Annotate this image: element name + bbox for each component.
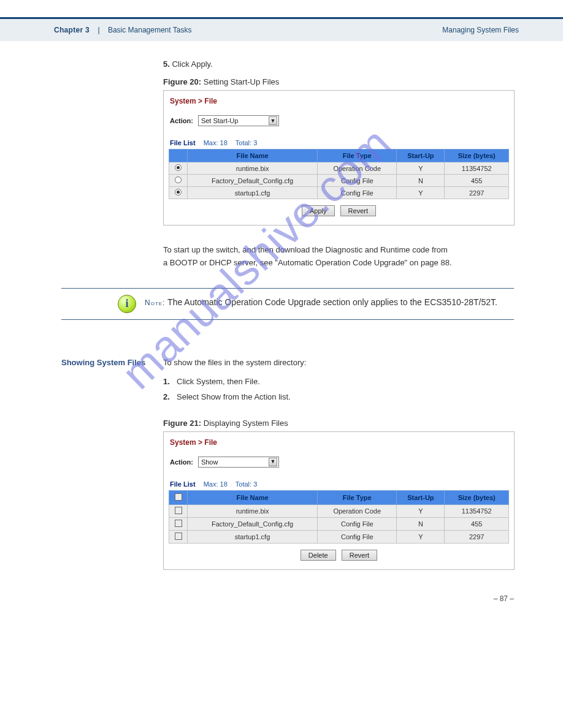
- step-2-num: 2.: [163, 392, 177, 401]
- step-5-text: Click Apply.: [172, 59, 212, 69]
- button-row: Delete Revert: [169, 544, 509, 563]
- show-steps: 1.Click System, then File. 2.Select Show…: [163, 377, 514, 401]
- cell-size: 2297: [445, 187, 509, 199]
- auto-upgrade-line2a: a BOOTP or DHCP server, see: [163, 258, 273, 267]
- cell-type: Operation Code: [318, 162, 397, 175]
- action-value: Set Start-Up: [201, 117, 239, 124]
- file-list-max: Max: 18: [204, 480, 228, 488]
- row-select: [169, 504, 188, 517]
- cell-start: Y: [397, 530, 445, 543]
- file-list-total: Total: 3: [236, 480, 257, 488]
- figure-2-title: Displaying System Files: [204, 419, 288, 428]
- file-list-total: Total: 3: [236, 139, 257, 146]
- cell-name: Factory_Default_Config.cfg: [188, 517, 318, 530]
- cell-start: N: [397, 517, 445, 530]
- cell-type: Config File: [318, 187, 397, 199]
- action-label: Action:: [170, 458, 193, 466]
- action-row: Action: Show ▼: [169, 453, 509, 476]
- figure-1-caption: Figure 20: Setting Start-Up Files: [163, 77, 514, 86]
- row-checkbox[interactable]: [175, 507, 182, 514]
- row-radio[interactable]: [175, 189, 182, 195]
- file-list-max: Max: 18: [204, 139, 228, 146]
- file-table-body: runtime.bixOperation CodeY11354752Factor…: [169, 162, 509, 199]
- action-dropdown[interactable]: Set Start-Up ▼: [198, 115, 279, 126]
- col-size: Size (bytes): [445, 150, 509, 162]
- breadcrumb: System > File: [169, 94, 509, 112]
- revert-button[interactable]: Revert: [342, 550, 377, 561]
- row-radio[interactable]: [175, 164, 182, 171]
- figure-1-label: Figure 20:: [163, 77, 201, 86]
- step-5-num: 5.: [163, 59, 170, 69]
- col-type: File Type: [318, 150, 397, 162]
- note-text: The Automatic Operation Code Upgrade sec…: [167, 297, 497, 307]
- cell-type: Config File: [318, 530, 397, 543]
- cell-name: startup1.cfg: [188, 530, 318, 543]
- button-row: Apply Revert: [169, 199, 509, 219]
- table-row: Factory_Default_Config.cfgConfig FileN45…: [169, 517, 509, 530]
- page-number: – 87 –: [0, 570, 563, 603]
- cell-size: 455: [445, 517, 509, 530]
- table-row: runtime.bixOperation CodeY11354752: [169, 162, 509, 175]
- delete-button[interactable]: Delete: [301, 550, 336, 561]
- row-checkbox[interactable]: [175, 520, 182, 527]
- step-5: 5. Click Apply.: [163, 59, 514, 69]
- cell-name: startup1.cfg: [188, 187, 318, 199]
- info-icon: i: [118, 295, 136, 313]
- cell-type: Config File: [318, 175, 397, 187]
- col-name: File Name: [188, 150, 318, 162]
- apply-button[interactable]: Apply: [302, 205, 335, 216]
- cell-start: N: [397, 175, 445, 187]
- chapter-sub: Managing System Files: [442, 26, 519, 34]
- step-1-text: Click System, then File.: [177, 377, 260, 386]
- cell-name: runtime.bix: [188, 162, 318, 175]
- file-table: File Name File Type Start-Up Size (bytes…: [169, 149, 509, 199]
- figure-2-label: Figure 21:: [163, 419, 201, 428]
- action-row: Action: Set Start-Up ▼: [169, 112, 509, 134]
- col-start: Start-Up: [397, 150, 445, 162]
- breadcrumb: System > File: [169, 436, 509, 453]
- col-select: [169, 150, 188, 162]
- panel-set-startup: System > File Action: Set Start-Up ▼ Fil…: [163, 90, 515, 226]
- figure-2-caption: Figure 21: Displaying System Files: [163, 419, 514, 428]
- cell-type: Operation Code: [318, 504, 397, 517]
- table-row: startup1.cfgConfig FileY2297: [169, 187, 509, 199]
- note-rule-top: [61, 288, 514, 289]
- col-size: Size (bytes): [445, 490, 509, 504]
- table-row: runtime.bixOperation CodeY11354752: [169, 504, 509, 517]
- select-all-checkbox[interactable]: [175, 493, 182, 501]
- auto-upgrade-line1: To start up the switch, and then downloa…: [163, 245, 514, 256]
- row-select: [169, 517, 188, 530]
- file-list-heading: File List Max: 18 Total: 3: [169, 476, 509, 490]
- row-select: [169, 187, 188, 199]
- figure-1-title: Setting Start-Up Files: [204, 77, 280, 86]
- col-type: File Type: [318, 490, 397, 504]
- action-dropdown[interactable]: Show ▼: [198, 457, 279, 468]
- cell-size: 455: [445, 175, 509, 187]
- file-table: File Name File Type Start-Up Size (bytes…: [169, 490, 509, 544]
- revert-button[interactable]: Revert: [340, 205, 376, 216]
- chevron-down-icon[interactable]: ▼: [269, 458, 277, 466]
- chapter-left: Chapter 3: [54, 26, 90, 34]
- showing-files-intro: To show the files in the system director…: [163, 358, 514, 367]
- showing-files-heading: Showing System Files: [61, 358, 163, 367]
- note-label: Note:: [145, 298, 165, 307]
- table-row: Factory_Default_Config.cfgConfig FileN45…: [169, 175, 509, 187]
- cell-size: 11354752: [445, 504, 509, 517]
- action-label: Action:: [170, 117, 193, 124]
- step-1-num: 1.: [163, 377, 177, 386]
- row-checkbox[interactable]: [175, 533, 182, 540]
- auto-upgrade-link[interactable]: "Automatic Operation Code Upgrade" on pa…: [275, 258, 450, 267]
- col-start: Start-Up: [397, 490, 445, 504]
- chevron-down-icon[interactable]: ▼: [269, 116, 277, 125]
- table-row: startup1.cfgConfig FileY2297: [169, 530, 509, 543]
- cell-size: 11354752: [445, 162, 509, 175]
- col-name: File Name: [188, 490, 318, 504]
- cell-name: Factory_Default_Config.cfg: [188, 175, 318, 187]
- cell-start: Y: [397, 187, 445, 199]
- cell-name: runtime.bix: [188, 504, 318, 517]
- row-radio[interactable]: [175, 176, 182, 183]
- note: i Note: The Automatic Operation Code Upg…: [118, 295, 514, 313]
- file-list-label: File List: [170, 139, 196, 146]
- cell-size: 2297: [445, 530, 509, 543]
- row-select: [169, 530, 188, 543]
